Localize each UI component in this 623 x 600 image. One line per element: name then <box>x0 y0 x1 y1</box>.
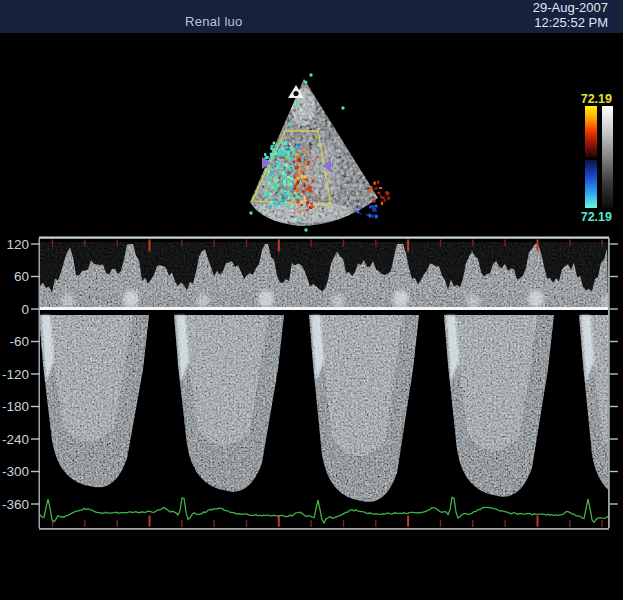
time-tick <box>84 520 85 527</box>
time-tick <box>52 240 53 247</box>
velocity-tick <box>31 471 40 472</box>
time-tick <box>213 240 214 247</box>
time-tick <box>569 240 570 247</box>
time-tick <box>504 240 505 247</box>
grayscale-bar <box>602 106 613 208</box>
time-tick <box>440 240 441 247</box>
velocity-tick <box>31 341 40 342</box>
velocity-tick <box>31 276 40 277</box>
velocity-tick <box>31 406 40 407</box>
plot-left-border <box>39 238 41 528</box>
velocity-tick-label: -120 <box>2 367 29 382</box>
velocity-tick-label: 120 <box>6 237 29 252</box>
velocity-tick <box>31 308 40 309</box>
plot-right-border <box>608 238 610 528</box>
flow-highlight <box>0 290 4 308</box>
velocity-tick <box>610 503 618 504</box>
doppler-colorbar-warm <box>585 106 597 157</box>
caliper-dot <box>249 211 252 214</box>
ultrasound-screen: Renal luo 29-Aug-2007 12:25:52 PM <box>0 0 623 600</box>
flow-highlight <box>123 290 139 308</box>
ecg-trace-layer <box>40 498 608 523</box>
time-tick-major <box>537 240 539 252</box>
velocity-tick <box>610 276 618 277</box>
time-tick <box>569 520 570 527</box>
time-tick <box>181 240 182 247</box>
velocity-tick <box>610 406 618 407</box>
time-tick <box>472 240 473 247</box>
plot-bottom-border <box>39 528 609 530</box>
velocity-tick-label: 0 <box>21 302 29 317</box>
velocity-tick <box>610 471 618 472</box>
caliper-dot <box>309 73 312 76</box>
time-tick <box>375 520 376 527</box>
time-tick-major <box>149 516 151 527</box>
time-tick-major <box>149 240 151 252</box>
time-tick <box>213 520 214 527</box>
time-tick-major <box>278 516 280 527</box>
caliper-dot <box>295 102 298 105</box>
time-tick <box>375 240 376 247</box>
time-tick <box>601 240 602 247</box>
time-tick-major <box>278 240 280 252</box>
time-tick-major <box>407 516 409 527</box>
caliper-dot <box>280 141 283 144</box>
velocity-tick-label: -360 <box>2 497 29 512</box>
time-tick <box>504 520 505 527</box>
time-tick <box>117 240 118 247</box>
velocity-tick-label: -300 <box>2 464 29 479</box>
time-tick <box>343 520 344 527</box>
color-scale-bar <box>585 106 613 208</box>
ecg-trace <box>40 498 608 523</box>
velocity-tick <box>31 503 40 504</box>
time-tick <box>246 240 247 247</box>
velocity-tick-label: -240 <box>2 432 29 447</box>
caliper-dot <box>296 217 299 220</box>
velocity-tick-label: 60 <box>14 269 29 284</box>
baseline <box>40 307 608 310</box>
time-tick <box>117 520 118 527</box>
time-tick <box>84 240 85 247</box>
time-tick <box>343 240 344 247</box>
spectral-doppler-display: 120600-60-120-180-240-300-360 <box>0 237 623 530</box>
velocity-tick <box>610 341 618 342</box>
time-tick <box>246 520 247 527</box>
doppler-colorbar-cool <box>585 160 597 208</box>
plot-top-border <box>39 237 609 239</box>
caliper-dot <box>304 228 307 231</box>
velocity-tick <box>610 438 618 439</box>
time-tick <box>181 520 182 527</box>
imaging-area: 72.19 72.19 120600-60-120-180-240-300-36… <box>0 0 623 600</box>
time-tick-major <box>407 240 409 252</box>
velocity-tick <box>610 243 618 244</box>
velocity-tick <box>610 308 618 309</box>
flow-highlight <box>528 290 544 308</box>
time-tick <box>440 520 441 527</box>
velocity-tick <box>31 438 40 439</box>
flow-highlight <box>258 290 274 308</box>
velocity-tick-label: -60 <box>9 334 29 349</box>
time-tick <box>601 520 602 527</box>
time-tick <box>472 520 473 527</box>
velocity-tick <box>610 373 618 374</box>
velocity-tick <box>31 373 40 374</box>
spectral-plot-contents <box>0 242 623 502</box>
time-tick <box>310 520 311 527</box>
velocity-tick <box>31 243 40 244</box>
caliper-dot <box>287 122 290 125</box>
color-scale-min-label: 72.19 <box>581 210 612 224</box>
time-tick-major <box>537 516 539 527</box>
caliper-dot <box>341 106 344 109</box>
time-tick <box>310 240 311 247</box>
color-scale-max-label: 72.19 <box>581 92 612 106</box>
2d-sector-image <box>248 73 390 231</box>
flow-highlight <box>393 290 409 308</box>
velocity-tick-label: -180 <box>2 399 29 414</box>
